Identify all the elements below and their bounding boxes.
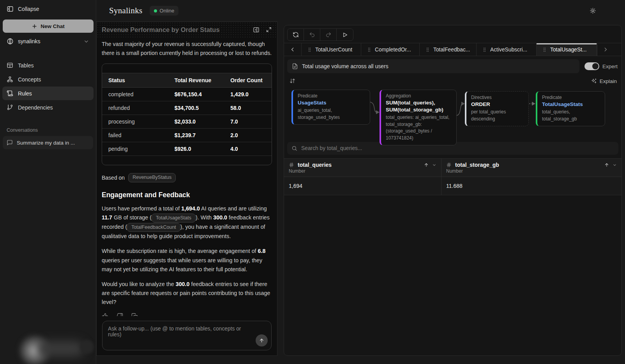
table-row: processing$2,033.07.0	[102, 115, 272, 129]
user-menu-button[interactable]	[80, 340, 94, 354]
column-type: Number	[446, 168, 617, 174]
followup-input[interactable]	[102, 321, 271, 350]
tab-totalusercount[interactable]: TotalUserCount	[302, 43, 361, 56]
hierarchy-icon	[7, 76, 13, 83]
play-icon	[342, 32, 348, 38]
collapse-sidebar-button[interactable]: Collapse	[0, 0, 96, 17]
rule-chip-revenuebystatus[interactable]: RevenueByStatus	[128, 173, 176, 182]
node-kind: Aggregation	[386, 93, 452, 99]
col-status: Status	[102, 73, 168, 88]
chevron-right-icon	[603, 47, 608, 52]
message-para-3: Would you like to analyze the 300.0 feed…	[102, 280, 272, 307]
refresh-button[interactable]	[288, 29, 304, 41]
message-intro: The vast majority of your revenue is suc…	[102, 40, 272, 58]
tabs-scroll-right-button[interactable]	[597, 43, 613, 56]
column-header-total-queries[interactable]: total_queries Number	[284, 159, 441, 177]
col-total-revenue: Total Revenue	[168, 73, 224, 88]
send-button[interactable]	[256, 334, 268, 346]
grip-icon	[483, 47, 486, 52]
rule-chip[interactable]: TotalUsageStats	[152, 214, 196, 223]
expand-icon[interactable]	[266, 27, 272, 33]
tab-label: TotalUserCount	[315, 47, 352, 53]
table-row: refunded$34,700.558.0	[102, 101, 272, 115]
column-menu-icon[interactable]	[613, 163, 617, 167]
redo-button[interactable]	[320, 29, 337, 41]
node-title: SUM(total_queries), SUM(total_storage_gb…	[386, 99, 452, 113]
tab-totalfeedbac[interactable]: TotalFeedbac...	[420, 43, 477, 56]
flow-node-predicate-usagestats[interactable]: Predicate UsageStats ai_queries_total, s…	[291, 90, 370, 125]
panel-right-icon[interactable]	[253, 27, 260, 33]
rule-tabs: TotalUserCount CompletedOr... TotalFeedb…	[284, 43, 621, 56]
sidebar-item-tables[interactable]: Tables	[2, 58, 94, 72]
thumbs-up-icon[interactable]	[102, 313, 108, 316]
sort-icon	[290, 78, 295, 84]
toggle-switch[interactable]	[584, 62, 599, 70]
undo-icon	[309, 32, 315, 38]
column-header-total-storage-gb[interactable]: total_storage_gb Number	[441, 159, 621, 177]
scroll-icon	[7, 90, 13, 97]
collapse-label: Collapse	[18, 6, 39, 12]
refresh-icon	[293, 32, 299, 38]
sidebar-item-concepts[interactable]: Concepts	[2, 72, 94, 86]
file-text-icon	[292, 63, 298, 69]
run-button[interactable]	[337, 29, 353, 41]
nav-label: Concepts	[18, 76, 41, 83]
copy-icon[interactable]	[131, 313, 138, 316]
arrow-up-icon	[259, 337, 265, 343]
undo-button[interactable]	[304, 29, 320, 41]
redo-icon	[325, 32, 332, 38]
search-icon	[291, 145, 297, 151]
flow-direction-button[interactable]	[290, 78, 295, 84]
revenue-table-card: Status Total Revenue Order Count complet…	[102, 64, 272, 165]
node-detail: per total_queries descending	[471, 109, 524, 122]
chat-input-area	[97, 316, 277, 355]
theme-toggle-button[interactable]	[590, 7, 596, 14]
tab-activesubscri[interactable]: ActiveSubscri...	[477, 43, 537, 56]
plus-icon	[32, 23, 37, 29]
status-badge: Online	[150, 6, 179, 16]
sidebar-item-rules[interactable]: Rules	[2, 87, 94, 100]
workspace-name: synalinks	[18, 38, 41, 44]
col-order-count: Order Count	[224, 73, 272, 88]
grip-icon	[426, 47, 429, 52]
thumbs-down-icon[interactable]	[117, 313, 123, 316]
based-on-row: Based on RevenueByStatus	[102, 173, 272, 182]
conversation-item[interactable]: Summarize my data in ...	[3, 136, 93, 149]
explain-button[interactable]: Explain	[591, 78, 617, 84]
rule-description-text: Total usage volume across all users	[302, 63, 388, 69]
new-chat-button[interactable]: New Chat	[3, 19, 94, 33]
tab-label: ActiveSubscri...	[490, 47, 527, 53]
tab-completedor[interactable]: CompletedOr...	[361, 43, 420, 56]
grip-icon	[543, 47, 546, 52]
topbar: Synalinks Online	[96, 0, 625, 21]
search-input[interactable]	[301, 145, 614, 151]
nav-label: Rules	[18, 90, 32, 97]
tab-totalusagest-active[interactable]: TotalUsageSt...	[537, 43, 597, 56]
user-profile-area[interactable]	[0, 327, 96, 364]
expert-label: Expert	[602, 64, 618, 69]
hash-icon	[289, 162, 294, 168]
app-title: Synalinks	[109, 6, 143, 16]
column-menu-icon[interactable]	[432, 163, 436, 167]
tabs-scroll-left-button[interactable]	[284, 43, 302, 56]
nav-label: Tables	[18, 62, 34, 69]
node-kind: Directives	[471, 95, 524, 100]
rule-chip[interactable]: TotalFeedbackCount	[127, 223, 180, 232]
flow-node-aggregation-sum[interactable]: Aggregation SUM(total_queries), SUM(tota…	[380, 90, 457, 145]
result-grid: total_queries Number	[284, 158, 621, 195]
explain-label: Explain	[600, 78, 617, 84]
based-on-label: Based on	[102, 175, 125, 181]
sort-asc-icon[interactable]	[604, 162, 609, 168]
flow-node-directives-order[interactable]: Directives ORDER per total_queries desce…	[465, 91, 529, 126]
user-name-blurred	[37, 341, 84, 357]
expert-mode-toggle[interactable]: Expert	[584, 62, 618, 70]
logo-globe-icon	[7, 38, 14, 45]
workspace-selector[interactable]: synalinks	[0, 33, 96, 50]
grip-icon	[367, 47, 371, 52]
node-detail: total_queries: ai_queries_total, total_s…	[386, 114, 452, 141]
sort-asc-icon[interactable]	[424, 162, 429, 168]
sidebar-item-dependencies[interactable]: Dependencies	[2, 101, 94, 114]
flow-node-predicate-totalusagestats[interactable]: Predicate TotalUsageStats total_queries,…	[536, 91, 605, 126]
table-icon	[7, 62, 13, 69]
conversations-heading: Conversations	[7, 127, 89, 133]
